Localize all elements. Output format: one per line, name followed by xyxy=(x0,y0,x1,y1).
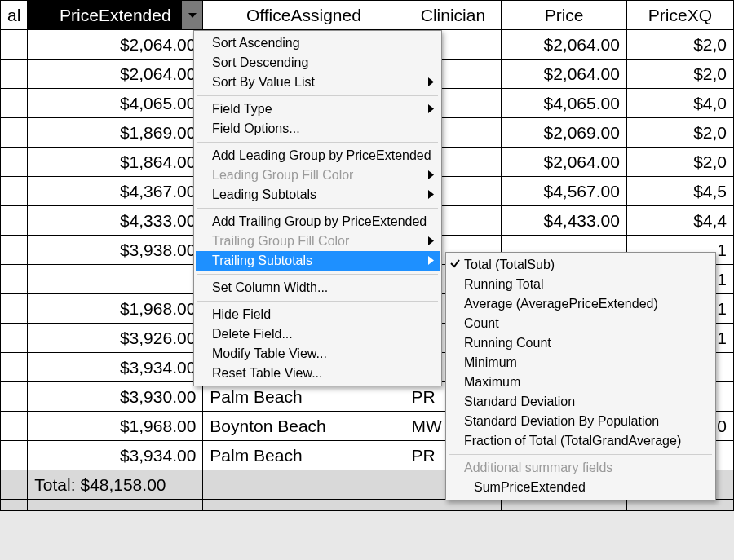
cell-priceextended[interactable]: $3,934.00 xyxy=(28,441,203,470)
cell-pricexq[interactable]: $2,0 xyxy=(626,118,733,148)
cell-priceextended[interactable]: $1,864.00 xyxy=(28,148,203,177)
submenu-arrow-icon xyxy=(427,102,435,117)
cell-stub[interactable] xyxy=(1,89,28,118)
cell-stub[interactable] xyxy=(1,382,28,412)
table-filler-row xyxy=(1,500,734,511)
column-context-menu[interactable]: Sort AscendingSort DescendingSort By Val… xyxy=(193,30,442,386)
menu-item[interactable]: Sort Descending xyxy=(196,53,440,73)
cell-stub[interactable] xyxy=(1,412,28,441)
cell-price[interactable]: $2,064.00 xyxy=(502,60,627,89)
menu-item-label: Add Trailing Group by PriceExtended xyxy=(212,214,427,228)
menu-item[interactable]: Total (TotalSub) xyxy=(448,255,714,275)
cell-priceextended[interactable]: $1,968.00 xyxy=(28,294,203,324)
menu-item-label: Additional summary fields xyxy=(464,461,612,474)
menu-item[interactable]: Running Total xyxy=(448,275,714,294)
cell-stub[interactable] xyxy=(1,236,28,265)
menu-item[interactable]: Hide Field xyxy=(196,305,440,324)
cell-stub[interactable] xyxy=(1,148,28,177)
cell-stub[interactable] xyxy=(1,265,28,294)
col-header-pricexq[interactable]: PriceXQ xyxy=(626,1,733,30)
submenu-arrow-icon xyxy=(427,75,435,90)
cell-price[interactable]: $4,567.00 xyxy=(502,177,627,206)
menu-item[interactable]: Modify Table View... xyxy=(196,344,440,364)
col-header-priceextended[interactable]: PriceExtended xyxy=(28,1,203,30)
menu-item[interactable]: Sort By Value List xyxy=(196,73,440,92)
menu-item-label: Hide Field xyxy=(212,307,271,321)
menu-item[interactable]: Reset Table View... xyxy=(196,364,440,383)
cell-price[interactable]: $2,069.00 xyxy=(502,118,627,148)
col-header-price[interactable]: Price xyxy=(502,1,627,30)
menu-item[interactable]: Sort Ascending xyxy=(196,33,440,53)
menu-item[interactable]: Maximum xyxy=(448,373,714,392)
menu-item[interactable]: Average (AveragePriceExtended) xyxy=(448,294,714,314)
cell-pricexq[interactable]: $4,4 xyxy=(626,206,733,236)
menu-item[interactable]: Standard Deviation xyxy=(448,392,714,412)
cell-officeassigned[interactable]: Palm Beach xyxy=(203,441,405,470)
cell-pricexq[interactable]: $4,0 xyxy=(626,89,733,118)
cell-stub[interactable] xyxy=(1,206,28,236)
cell-stub[interactable] xyxy=(1,324,28,353)
menu-item[interactable]: Running Count xyxy=(448,333,714,353)
cell-pricexq[interactable]: $4,5 xyxy=(626,177,733,206)
menu-item-label: Maximum xyxy=(464,375,520,389)
cell-stub xyxy=(1,470,28,500)
menu-item-label: Standard Deviation xyxy=(464,395,575,408)
menu-item[interactable]: Leading Subtotals xyxy=(196,185,440,205)
menu-item[interactable]: Field Type xyxy=(196,99,440,119)
cell-price[interactable]: $2,064.00 xyxy=(502,30,627,60)
cell-officeassigned[interactable]: Boynton Beach xyxy=(203,412,405,441)
menu-item-label: Set Column Width... xyxy=(212,280,328,294)
column-dropdown-button[interactable] xyxy=(182,1,203,30)
cell-price[interactable]: $2,064.00 xyxy=(502,148,627,177)
cell-stub[interactable] xyxy=(1,177,28,206)
cell-priceextended[interactable]: $1,968.00 xyxy=(28,412,203,441)
menu-item[interactable]: Fraction of Total (TotalGrandAverage) xyxy=(448,431,714,451)
cell-priceextended[interactable]: $4,367.00 xyxy=(28,177,203,206)
cell-priceextended[interactable]: $3,938.00 xyxy=(28,236,203,265)
cell-priceextended[interactable]: $3,926.00 xyxy=(28,324,203,353)
menu-item[interactable]: Delete Field... xyxy=(196,324,440,344)
cell-priceextended[interactable]: $3,930.00 xyxy=(28,382,203,412)
menu-item-label: Field Type xyxy=(212,102,272,116)
menu-item-label: Leading Group Fill Color xyxy=(212,168,353,182)
cell-stub[interactable] xyxy=(1,30,28,60)
cell-price[interactable]: $4,433.00 xyxy=(502,206,627,236)
menu-item-label: Modify Table View... xyxy=(212,346,327,360)
table-header-row: al PriceExtended OfficeAssigned Clinicia… xyxy=(1,1,734,30)
cell-stub[interactable] xyxy=(1,441,28,470)
col-header-clinician[interactable]: Clinician xyxy=(405,1,502,30)
col-header-stub[interactable]: al xyxy=(1,1,28,30)
menu-item[interactable]: Add Leading Group by PriceExtended xyxy=(196,146,440,165)
cell-priceextended[interactable] xyxy=(28,265,203,294)
cell-priceextended[interactable]: $4,065.00 xyxy=(28,89,203,118)
cell-priceextended[interactable]: $2,064.00 xyxy=(28,30,203,60)
cell-stub[interactable] xyxy=(1,118,28,148)
cell-priceextended[interactable]: $4,333.00 xyxy=(28,206,203,236)
menu-item-label: Sort Ascending xyxy=(212,36,300,50)
check-icon xyxy=(449,258,461,272)
menu-item[interactable]: Field Options... xyxy=(196,119,440,139)
menu-item[interactable]: SumPriceExtended xyxy=(448,478,714,497)
cell-priceextended[interactable]: $1,869.00 xyxy=(28,118,203,148)
menu-item-label: Standard Deviation By Population xyxy=(464,414,659,428)
trailing-subtotals-submenu[interactable]: Total (TotalSub)Running TotalAverage (Av… xyxy=(445,252,716,500)
submenu-arrow-icon xyxy=(427,187,435,202)
cell-priceextended[interactable]: $3,934.00 xyxy=(28,353,203,382)
cell-price[interactable]: $4,065.00 xyxy=(502,89,627,118)
menu-separator xyxy=(197,95,438,96)
col-header-officeassigned[interactable]: OfficeAssigned xyxy=(203,1,405,30)
cell-stub[interactable] xyxy=(1,353,28,382)
col-header-label: PriceExtended xyxy=(60,6,171,24)
menu-item[interactable]: Count xyxy=(448,314,714,333)
cell-stub[interactable] xyxy=(1,294,28,324)
cell-stub[interactable] xyxy=(1,60,28,89)
menu-item[interactable]: Trailing Subtotals xyxy=(196,251,440,271)
menu-item[interactable]: Set Column Width... xyxy=(196,278,440,298)
cell-pricexq[interactable]: $2,0 xyxy=(626,148,733,177)
cell-pricexq[interactable]: $2,0 xyxy=(626,60,733,89)
menu-item[interactable]: Add Trailing Group by PriceExtended xyxy=(196,212,440,231)
menu-item[interactable]: Minimum xyxy=(448,353,714,373)
menu-item[interactable]: Standard Deviation By Population xyxy=(448,412,714,431)
cell-pricexq[interactable]: $2,0 xyxy=(626,30,733,60)
cell-priceextended[interactable]: $2,064.00 xyxy=(28,60,203,89)
